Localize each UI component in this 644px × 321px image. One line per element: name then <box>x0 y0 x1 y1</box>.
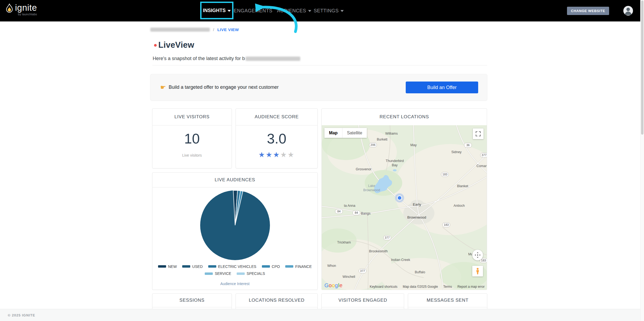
star-icon: ★ <box>280 151 288 159</box>
legend-label: USED <box>192 263 203 270</box>
svg-text:Thunderbird: Thunderbird <box>386 159 404 163</box>
move-icon <box>474 252 481 258</box>
chevron-down-icon <box>228 10 231 12</box>
page-title: LiveView <box>158 40 194 50</box>
svg-text:377: 377 <box>385 236 390 239</box>
svg-text:Whon: Whon <box>327 264 336 268</box>
legend-label: FINANCE <box>295 263 312 270</box>
copyright-text: © 2025 IGNITE <box>8 313 35 317</box>
logo-subtext: by launchlabs <box>18 13 37 16</box>
svg-text:Bay: Bay <box>392 163 398 167</box>
keyboard-shortcuts-link[interactable]: Keyboard shortcuts <box>370 285 397 289</box>
nav-engagements-label: ENGAGEMENTS <box>234 8 272 14</box>
star-icon: ★ <box>288 151 295 159</box>
person-icon <box>623 6 633 16</box>
map-canvas[interactable]: Williams Burkett May Sidney Thunderbird … <box>322 125 487 290</box>
locations-resolved-title: LOCATIONS RESOLVED <box>236 294 317 307</box>
live-audiences-card: LIVE AUDIENCES NEW USED ELECTRIC VEHICLE… <box>152 172 318 290</box>
satellite-button[interactable]: Satellite <box>342 128 367 138</box>
pie-legend: NEW USED ELECTRIC VEHICLES CPO FINANCE S… <box>152 263 317 277</box>
map-attribution: Keyboard shortcuts Map data ©2025 Google… <box>370 285 485 289</box>
svg-text:Brownwood: Brownwood <box>407 215 426 219</box>
svg-text:Early: Early <box>413 202 421 206</box>
svg-text:377: 377 <box>482 153 486 157</box>
nav-audiences-label: AUDIENCES <box>277 8 306 14</box>
svg-text:183: 183 <box>442 173 447 176</box>
nav-item-engagements[interactable]: ENGAGEMENTS <box>234 8 272 14</box>
pie-caption: Audience Interest <box>152 282 317 286</box>
breadcrumb-site-redacted[interactable] <box>150 28 210 32</box>
live-audiences-title: LIVE AUDIENCES <box>152 173 317 187</box>
svg-text:Brownwood: Brownwood <box>363 188 380 192</box>
location-marker <box>395 193 404 202</box>
top-navbar: ignite by launchlabs INSIGHTS ENGAGEMENT… <box>0 0 644 21</box>
live-visitors-card: LIVE VISITORS 10 Live visitors <box>152 108 232 168</box>
breadcrumb-separator: / <box>213 28 214 32</box>
svg-text:Coman: Coman <box>477 164 487 168</box>
live-visitors-caption: Live visitors <box>152 153 232 157</box>
pan-control[interactable] <box>472 250 483 260</box>
scrollbar-thumb[interactable] <box>641 1 643 135</box>
terms-link[interactable]: Terms <box>443 285 452 289</box>
star-icon: ★ <box>258 151 266 159</box>
nav-settings-label: SETTINGS <box>314 8 339 14</box>
svg-text:Trickham: Trickham <box>337 241 351 244</box>
pegman-control[interactable] <box>472 266 483 276</box>
legend-swatch <box>262 265 270 268</box>
map-type-toggle: Map Satellite <box>324 128 367 138</box>
svg-text:Bangs: Bangs <box>361 212 370 215</box>
audience-score-card: AUDIENCE SCORE 3.0 ★★★★★ <box>236 108 318 168</box>
recent-locations-title: RECENT LOCATIONS <box>322 109 487 126</box>
svg-text:Williams: Williams <box>385 132 398 135</box>
svg-text:183: 183 <box>444 223 449 226</box>
legend-label: CPO <box>272 263 280 270</box>
svg-text:May: May <box>410 143 417 147</box>
svg-text:Burkett: Burkett <box>377 138 387 141</box>
offer-banner-text: ☛ Build a targeted offer to engage your … <box>160 84 279 91</box>
svg-text:377: 377 <box>360 269 365 272</box>
live-indicator-dot <box>154 44 157 47</box>
page-subtitle-text: Here's a snapshot of the latest activity… <box>153 56 245 61</box>
liveview-page: ignite by launchlabs INSIGHTS ENGAGEMENT… <box>0 0 644 321</box>
ignite-logo[interactable]: ignite by launchlabs <box>6 3 37 16</box>
report-error-link[interactable]: Report a map error <box>458 285 485 289</box>
audience-score-title: AUDIENCE SCORE <box>236 109 317 126</box>
svg-text:Indian Creek: Indian Creek <box>391 258 411 262</box>
nav-insights-label: INSIGHTS <box>203 8 226 13</box>
messages-sent-title: MESSAGES SENT <box>408 294 487 307</box>
chevron-down-icon <box>341 10 344 12</box>
nav-item-settings[interactable]: SETTINGS <box>314 8 344 14</box>
chevron-down-icon <box>308 10 311 12</box>
nav-item-insights[interactable]: INSIGHTS <box>200 2 233 19</box>
svg-text:Winchell: Winchell <box>342 275 355 279</box>
svg-text:Antioch: Antioch <box>453 204 465 208</box>
subtitle-redacted <box>246 57 300 61</box>
legend-swatch <box>285 265 293 268</box>
map-button[interactable]: Map <box>324 128 342 138</box>
breadcrumb-current: LIVE VIEW <box>217 27 239 32</box>
star-rating: ★★★★★ <box>236 150 317 159</box>
flame-icon <box>6 3 13 14</box>
svg-text:Lake: Lake <box>368 184 375 188</box>
svg-text:84: 84 <box>355 211 358 214</box>
svg-text:Buffalo: Buffalo <box>415 270 425 274</box>
audience-score-value: 3.0 <box>236 131 317 146</box>
user-avatar[interactable] <box>623 6 633 16</box>
build-offer-button[interactable]: Build an Offer <box>406 82 478 93</box>
offer-banner-message: Build a targeted offer to engage your ne… <box>169 84 279 90</box>
live-visitors-title: LIVE VISITORS <box>152 109 232 126</box>
logo-text: ignite <box>15 3 37 12</box>
scrollbar-track[interactable] <box>640 0 644 321</box>
fullscreen-icon <box>475 131 481 137</box>
offer-banner: ☛ Build a targeted offer to engage your … <box>150 74 487 101</box>
audience-pie-chart <box>152 188 317 263</box>
live-visitors-value: 10 <box>152 131 232 146</box>
svg-text:183: 183 <box>481 259 486 262</box>
fullscreen-button[interactable] <box>473 128 484 139</box>
legend-label: SPECIALS <box>247 270 265 277</box>
breadcrumb: / LIVE VIEW <box>150 27 239 32</box>
nav-item-audiences[interactable]: AUDIENCES <box>277 8 311 14</box>
pointing-hand-icon: ☛ <box>160 84 166 91</box>
change-website-button[interactable]: CHANGE WEBSITE <box>567 7 609 15</box>
google-logo[interactable]: Google <box>324 282 343 289</box>
